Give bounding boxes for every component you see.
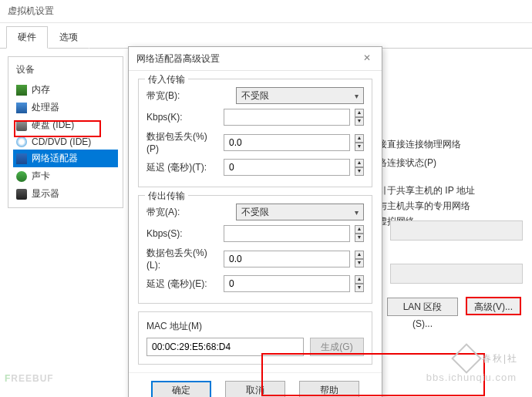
in-bandwidth-select[interactable]: 不受限▾: [236, 87, 364, 104]
watermark-freebuf: FREEBUF: [5, 366, 54, 386]
device-label: 声卡: [32, 170, 50, 183]
conn-text-1: 接直接连接物理网络: [378, 138, 461, 151]
out-bandwidth-label: 带宽(A):: [146, 206, 231, 219]
ok-button[interactable]: 确定: [151, 381, 211, 397]
dialog-title: 网络适配器高级设置: [136, 52, 220, 66]
out-loss-spinner[interactable]: ▲▼: [355, 251, 364, 267]
cd-icon: [16, 136, 27, 147]
device-item-display[interactable]: 显示器: [13, 185, 118, 203]
out-latency-input[interactable]: [224, 275, 350, 292]
device-label: 处理器: [32, 101, 59, 114]
device-label: 网络适配器: [32, 152, 78, 165]
in-latency-spinner[interactable]: ▲▼: [355, 159, 364, 176]
in-bandwidth-value: 不受限: [241, 89, 269, 103]
spin-up-icon[interactable]: ▲: [355, 134, 364, 143]
network-icon: [16, 153, 27, 164]
cpu-icon: [16, 103, 27, 113]
spin-down-icon[interactable]: ▼: [355, 284, 364, 292]
sound-icon: [16, 171, 27, 182]
spin-down-icon[interactable]: ▼: [355, 234, 364, 242]
conn-text-4: 与主机共享的专用网络: [378, 200, 470, 213]
out-latency-spinner[interactable]: ▲▼: [355, 275, 364, 292]
out-latency-label: 延迟 (毫秒)(E):: [146, 278, 219, 291]
window-title: 虚拟机设置: [0, 0, 532, 23]
dialog-titlebar: 网络适配器高级设置 ✕: [129, 47, 382, 71]
in-loss-label: 数据包丢失(%)(P): [146, 130, 219, 154]
spin-down-icon[interactable]: ▼: [355, 117, 364, 126]
in-kbps-input[interactable]: [224, 109, 350, 126]
watermark-ree: REE: [11, 373, 32, 384]
incoming-group-title: 传入传输: [145, 73, 188, 86]
incoming-group: 传入传输 带宽(B): 不受限▾ Kbps(K): ▲▼ 数据包丢失(%)(P)…: [138, 79, 372, 187]
spin-up-icon[interactable]: ▲: [355, 159, 364, 167]
device-header: 设备: [13, 62, 118, 78]
spin-up-icon[interactable]: ▲: [355, 225, 364, 234]
display-icon: [16, 189, 27, 200]
out-kbps-label: Kbps(S):: [146, 228, 219, 239]
device-panel: 设备 内存 处理器 硬盘 (IDE) CD/DVD (IDE) 网络适配器 声卡…: [8, 56, 123, 208]
device-label: 内存: [32, 83, 50, 96]
device-item-network[interactable]: 网络适配器: [13, 150, 118, 167]
device-label: CD/DVD (IDE): [32, 136, 91, 147]
in-loss-spinner[interactable]: ▲▼: [355, 134, 364, 151]
spin-down-icon[interactable]: ▼: [355, 167, 364, 176]
conn-text-2: 络连接状态(P): [378, 156, 436, 170]
advanced-dialog: 网络适配器高级设置 ✕ 传入传输 带宽(B): 不受限▾ Kbps(K): ▲▼…: [128, 46, 382, 397]
tab-options[interactable]: 选项: [48, 26, 89, 49]
in-kbps-label: Kbps(K):: [146, 112, 219, 123]
in-kbps-spinner[interactable]: ▲▼: [355, 109, 364, 126]
watermark-buf: BUF: [32, 373, 54, 384]
out-loss-input[interactable]: [224, 251, 350, 267]
close-icon[interactable]: ✕: [360, 52, 374, 66]
out-bandwidth-select[interactable]: 不受限▾: [236, 204, 364, 220]
advanced-button[interactable]: 高级(V)...: [466, 297, 521, 315]
in-latency-label: 延迟 (毫秒)(T):: [146, 161, 219, 174]
lan-segment-button[interactable]: LAN 区段(S)...: [387, 298, 458, 316]
spin-up-icon[interactable]: ▲: [355, 109, 364, 117]
conn-text-3: 引于共享主机的 IP 地址: [378, 184, 475, 197]
watermark-logo: 春秋|社: [456, 348, 518, 369]
cube-icon: [451, 343, 482, 374]
in-loss-input[interactable]: [224, 134, 350, 151]
watermark-text-1: 春秋|社: [482, 352, 518, 365]
device-item-sound[interactable]: 声卡: [13, 167, 118, 185]
highlight-network-adapter: [14, 120, 101, 137]
device-label: 显示器: [32, 187, 59, 200]
chevron-down-icon: ▾: [355, 208, 359, 217]
spin-down-icon[interactable]: ▼: [355, 143, 364, 151]
spin-down-icon[interactable]: ▼: [355, 259, 364, 267]
outgoing-group-title: 传出传输: [145, 190, 188, 203]
device-item-cpu[interactable]: 处理器: [13, 99, 118, 116]
spin-up-icon[interactable]: ▲: [355, 275, 364, 284]
network-select-1[interactable]: [390, 220, 523, 241]
outgoing-group: 传出传输 带宽(A): 不受限▾ Kbps(S): ▲▼ 数据包丢失(%)(L)…: [138, 195, 372, 304]
out-kbps-spinner[interactable]: ▲▼: [355, 225, 364, 242]
spin-up-icon[interactable]: ▲: [355, 251, 364, 259]
in-bandwidth-label: 带宽(B):: [146, 89, 231, 103]
watermark-url: bbs.ichunqiu.com: [426, 372, 517, 383]
device-item-memory[interactable]: 内存: [13, 81, 118, 99]
out-bandwidth-value: 不受限: [241, 206, 269, 219]
tabs: 硬件 选项: [0, 23, 532, 49]
network-select-2[interactable]: [390, 264, 523, 284]
out-kbps-input[interactable]: [224, 225, 350, 242]
tab-hardware[interactable]: 硬件: [6, 26, 48, 49]
device-list: 内存 处理器 硬盘 (IDE) CD/DVD (IDE) 网络适配器 声卡 显示…: [13, 81, 118, 203]
mac-group-title: MAC 地址(M): [146, 320, 364, 333]
in-latency-input[interactable]: [224, 159, 350, 176]
memory-icon: [16, 85, 27, 96]
chevron-down-icon: ▾: [355, 92, 359, 100]
out-loss-label: 数据包丢失(%)(L):: [146, 247, 219, 271]
